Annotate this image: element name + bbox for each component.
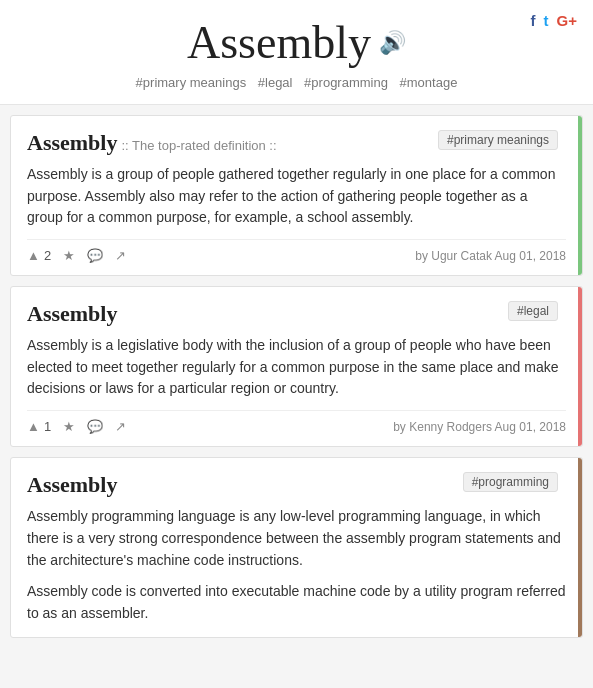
date-1: Aug 01, 2018 [495,249,566,263]
star-icon-2: ★ [63,419,75,434]
by-label-2: by [393,420,409,434]
twitter-icon[interactable]: t [544,12,549,29]
card-tag-2[interactable]: #legal [508,301,558,321]
card-body-1: Assembly is a group of people gathered t… [27,164,566,229]
author-date-2: by Kenny Rodgers Aug 01, 2018 [393,420,566,434]
share-2[interactable]: ↗ [115,419,126,434]
card-footer-1: ▲ 2 ★ 💬 ↗ by Ugur Catak Aug 01, 2018 [27,239,566,263]
upvote-2[interactable]: ▲ 1 [27,419,51,434]
tag-montage[interactable]: #montage [400,75,458,90]
card-title-1: Assembly [27,130,117,155]
card-header-3: Assembly #programming [27,472,566,498]
author-2: Kenny Rodgers [409,420,492,434]
tag-links-row: #primary meanings #legal #programming #m… [20,75,573,90]
vote-actions-1: ▲ 2 ★ 💬 ↗ [27,248,126,263]
facebook-icon[interactable]: f [531,12,536,29]
tag-primary[interactable]: #primary meanings [136,75,247,90]
card-body-3: Assembly programming language is any low… [27,506,566,571]
star-1[interactable]: ★ [63,248,75,263]
vote-count-2: 1 [44,419,51,434]
card-body-2: Assembly is a legislative body with the … [27,335,566,400]
card-footer-2: ▲ 1 ★ 💬 ↗ by Kenny Rodgers Aug 01, 2018 [27,410,566,434]
page-header: f t G+ Assembly 🔊 #primary meanings #leg… [0,0,593,105]
card-programming: Assembly #programming Assembly programmi… [10,457,583,637]
share-1[interactable]: ↗ [115,248,126,263]
date-2: Aug 01, 2018 [495,420,566,434]
card-subtitle-1: :: The top-rated definition :: [121,138,276,153]
main-title: Assembly 🔊 [187,16,406,69]
by-label-1: by [415,249,431,263]
card-tag-3[interactable]: #programming [463,472,558,492]
title-text: Assembly [187,16,371,69]
card-header-1: Assembly :: The top-rated definition :: … [27,130,566,156]
card-title-group-1: Assembly :: The top-rated definition :: [27,130,277,156]
star-icon-1: ★ [63,248,75,263]
vote-count-1: 2 [44,248,51,263]
tag-legal[interactable]: #legal [258,75,293,90]
comment-icon-2: 💬 [87,419,103,434]
upvote-icon-1: ▲ [27,248,40,263]
star-2[interactable]: ★ [63,419,75,434]
speaker-icon[interactable]: 🔊 [379,30,406,56]
share-icon-1: ↗ [115,248,126,263]
vote-actions-2: ▲ 1 ★ 💬 ↗ [27,419,126,434]
social-icons-group: f t G+ [531,12,577,29]
card-tag-1[interactable]: #primary meanings [438,130,558,150]
upvote-icon-2: ▲ [27,419,40,434]
card-accent-green [578,116,582,275]
cards-container: Assembly :: The top-rated definition :: … [0,105,593,648]
comment-1[interactable]: 💬 [87,248,103,263]
card-primary: Assembly :: The top-rated definition :: … [10,115,583,276]
tag-programming[interactable]: #programming [304,75,388,90]
author-1: Ugur Catak [431,249,492,263]
comment-icon-1: 💬 [87,248,103,263]
card-legal: Assembly #legal Assembly is a legislativ… [10,286,583,447]
card-title-3: Assembly [27,472,117,498]
card-title-2: Assembly [27,301,117,327]
googleplus-icon[interactable]: G+ [557,12,577,29]
card-accent-brown [578,458,582,636]
card-header-2: Assembly #legal [27,301,566,327]
comment-2[interactable]: 💬 [87,419,103,434]
upvote-1[interactable]: ▲ 2 [27,248,51,263]
card-body-3b: Assembly code is converted into executab… [27,581,566,624]
card-accent-red [578,287,582,446]
share-icon-2: ↗ [115,419,126,434]
author-date-1: by Ugur Catak Aug 01, 2018 [415,249,566,263]
